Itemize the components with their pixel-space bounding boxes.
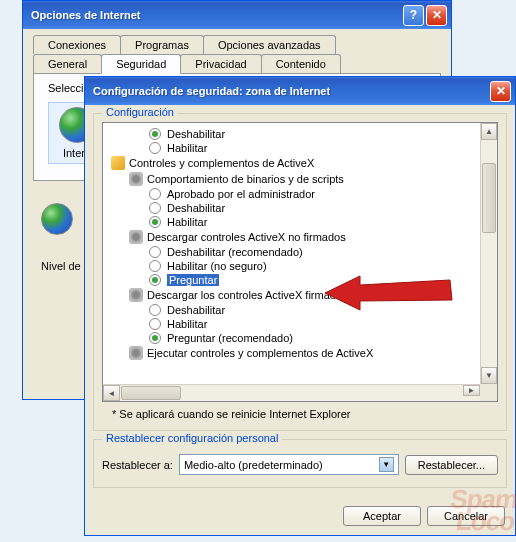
- radio-g1-enable[interactable]: Habilitar: [105, 141, 495, 155]
- arrow-annotation-icon: [320, 268, 460, 318]
- parent-titlebar[interactable]: Opciones de Internet ? ✕: [23, 1, 451, 29]
- gear-icon: [129, 230, 143, 244]
- help-button[interactable]: ?: [403, 5, 424, 26]
- gear-icon: [129, 346, 143, 360]
- radio-g3-disable[interactable]: Deshabilitar (recomendado): [105, 245, 495, 259]
- scrollbar-horizontal[interactable]: ◄ ►: [103, 384, 480, 401]
- reset-section-label: Restablecer configuración personal: [102, 432, 282, 444]
- radio-g4-prompt[interactable]: Preguntar (recomendado): [105, 331, 495, 345]
- radio-g1-disable[interactable]: Deshabilitar: [105, 127, 495, 141]
- tab-conexiones[interactable]: Conexiones: [33, 35, 121, 54]
- activex-icon: [111, 156, 125, 170]
- close-button[interactable]: ✕: [426, 5, 447, 26]
- config-label: Configuración: [102, 106, 178, 118]
- child-titlebar[interactable]: Configuración de seguridad: zona de Inte…: [85, 77, 515, 105]
- svg-marker-0: [325, 276, 452, 310]
- parent-title: Opciones de Internet: [31, 9, 401, 21]
- child-title: Configuración de seguridad: zona de Inte…: [93, 85, 488, 97]
- tab-general[interactable]: General: [33, 54, 102, 73]
- reset-fieldset: Restablecer configuración personal Resta…: [93, 439, 507, 488]
- gear-icon: [129, 288, 143, 302]
- tab-contenido[interactable]: Contenido: [261, 54, 341, 73]
- tabs-row-1: Conexiones Programas Opciones avanzadas: [23, 29, 451, 54]
- reset-button[interactable]: Restablecer...: [405, 455, 498, 475]
- chevron-down-icon: ▼: [379, 457, 394, 472]
- scroll-thumb-v[interactable]: [482, 163, 496, 233]
- reset-to-label: Restablecer a:: [102, 459, 173, 471]
- reset-select-value: Medio-alto (predeterminado): [184, 459, 323, 471]
- scroll-up-button[interactable]: ▲: [481, 123, 497, 140]
- scroll-right-button[interactable]: ►: [463, 385, 480, 396]
- tabs-row-2: General Seguridad Privacidad Contenido: [23, 54, 451, 73]
- child-close-button[interactable]: ✕: [490, 81, 511, 102]
- tab-opciones-avanzadas[interactable]: Opciones avanzadas: [203, 35, 336, 54]
- g5-header: Ejecutar controles y complementos de Act…: [105, 345, 495, 361]
- scroll-left-button[interactable]: ◄: [103, 385, 120, 401]
- scroll-corner: [480, 384, 497, 401]
- ok-button[interactable]: Aceptar: [343, 506, 421, 526]
- watermark: SpamLoco: [446, 488, 516, 532]
- reset-level-select[interactable]: Medio-alto (predeterminado) ▼: [179, 454, 399, 475]
- tab-programas[interactable]: Programas: [120, 35, 204, 54]
- scroll-thumb-h[interactable]: [121, 386, 181, 400]
- radio-g4-enable[interactable]: Habilitar: [105, 317, 495, 331]
- radio-g2-disable[interactable]: Deshabilitar: [105, 201, 495, 215]
- radio-g2-admin[interactable]: Aprobado por el administrador: [105, 187, 495, 201]
- activex-header: Controles y complementos de ActiveX: [105, 155, 495, 171]
- tab-privacidad[interactable]: Privacidad: [180, 54, 261, 73]
- globe-icon-small: [41, 203, 73, 235]
- scrollbar-vertical[interactable]: ▲ ▼: [480, 123, 497, 384]
- level-label: Nivel de: [41, 260, 81, 272]
- gear-icon: [129, 172, 143, 186]
- settings-tree[interactable]: Deshabilitar Habilitar Controles y compl…: [102, 122, 498, 402]
- scroll-down-button[interactable]: ▼: [481, 367, 497, 384]
- radio-g2-enable[interactable]: Habilitar: [105, 215, 495, 229]
- tab-seguridad[interactable]: Seguridad: [101, 54, 181, 74]
- g2-header: Comportamiento de binarios y de scripts: [105, 171, 495, 187]
- restart-note: * Se aplicará cuando se reinicie Interne…: [102, 402, 498, 422]
- g3-header: Descargar controles ActiveX no firmados: [105, 229, 495, 245]
